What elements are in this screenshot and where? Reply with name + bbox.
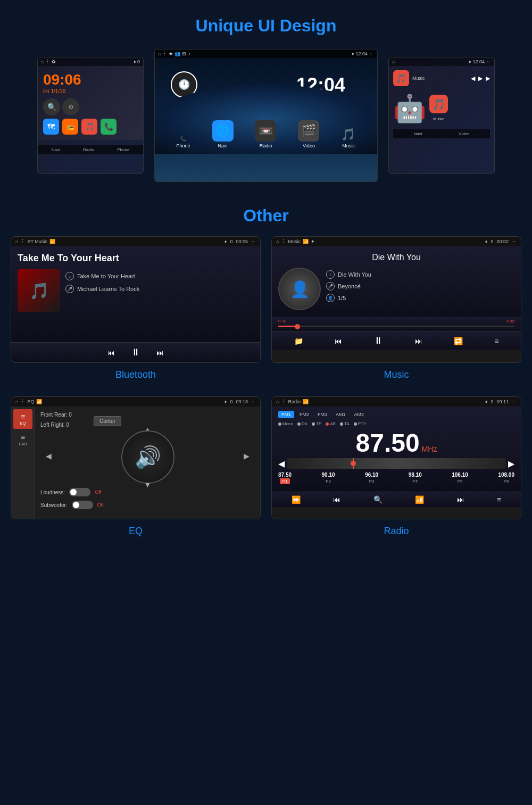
preset-3-freq: 96.10 xyxy=(365,472,378,478)
eq-loudness-toggle[interactable] xyxy=(69,488,90,496)
music-label: Music xyxy=(271,369,521,380)
eq-header-left: ⌂ ⋮ EQ 📶 xyxy=(15,399,42,404)
progress-bar[interactable] xyxy=(278,326,514,327)
music-app-label: Music xyxy=(342,143,355,148)
speaker-diagram: 🔊 xyxy=(121,430,174,484)
navi-icon-left[interactable]: 🗺 xyxy=(43,119,59,135)
bt-next-btn[interactable]: ⏭ xyxy=(156,348,164,357)
music-app[interactable]: 🎵 Music xyxy=(341,128,355,148)
right-music-icon[interactable]: 🎵 xyxy=(429,95,448,113)
opt-tp: TP xyxy=(312,421,321,426)
radio-search-btn[interactable]: 🔍 xyxy=(373,495,383,504)
right-next[interactable]: ▶ xyxy=(486,75,490,82)
navi-app[interactable]: 🌐 Navi xyxy=(212,120,234,148)
radio-icon-left[interactable]: 📻 xyxy=(62,119,78,135)
radio-app[interactable]: 📼 Radio xyxy=(255,120,276,148)
video-app[interactable]: 🎬 Video xyxy=(298,120,319,148)
radio-gps-icon: ♦ xyxy=(485,399,488,404)
music-back-icon: ← xyxy=(512,239,517,244)
bt-play-btn[interactable]: ⏸ xyxy=(131,347,140,358)
music-track-name: Die With You xyxy=(338,271,371,278)
opt-ta: TA xyxy=(340,421,350,426)
preset-3[interactable]: 96.10 P3 xyxy=(365,472,378,484)
eq-dots-icon: ⋮ xyxy=(20,399,25,404)
center-people-icon: 👥 xyxy=(174,51,180,56)
music-icon-left[interactable]: 🎵 xyxy=(81,119,97,135)
phone-icon-left[interactable]: 📞 xyxy=(101,119,117,135)
bt-header: ⌂ ⋮ BT Music 📶 ♦ 0 00:05 ← xyxy=(11,237,260,246)
search-btn[interactable]: 🔍 xyxy=(43,98,60,115)
speaker-right-arrow[interactable]: ▶ xyxy=(244,452,250,460)
music-app-name: Music xyxy=(288,239,301,244)
music-tracknum: 1/5 xyxy=(338,295,346,301)
eq-signal: 0 xyxy=(230,399,232,404)
music-folder-icon[interactable]: 📁 xyxy=(294,337,303,345)
music-repeat-btn[interactable]: 🔁 xyxy=(454,337,463,345)
screen-left-status: ♦ 0 xyxy=(134,59,140,64)
eq-center-btn[interactable]: Center xyxy=(94,416,121,426)
preset-1[interactable]: 87.50 P1 xyxy=(278,472,292,484)
preset-5[interactable]: 106.10 P5 xyxy=(452,472,468,484)
music-info-row: 👤 ♪ Die With You 🎤 Beyoncé 👤 1/5 xyxy=(278,268,514,310)
eq-label: EQ xyxy=(11,526,261,537)
right-play[interactable]: ▶ xyxy=(478,75,483,82)
music-prev-btn[interactable]: ⏮ xyxy=(335,337,342,345)
preset-6[interactable]: 108.00 P6 xyxy=(498,472,514,484)
center-home-icon: ⌂ xyxy=(158,51,161,56)
center-apps-icon: ⊞ xyxy=(182,51,186,56)
bt-artist-name: Michael Learns To Rock xyxy=(77,286,139,292)
band-am2[interactable]: AM2 xyxy=(351,411,368,418)
music-header-left: ⌂ ⋮ Music 📶 ✦ xyxy=(276,239,315,244)
radio-signal-btn[interactable]: 📶 xyxy=(415,495,424,504)
band-am1[interactable]: AM1 xyxy=(332,411,349,418)
music-gps-icon: ♦ xyxy=(485,239,488,244)
right-prev[interactable]: ◀ xyxy=(471,75,475,82)
eq-app-name: EQ xyxy=(27,399,34,404)
freq-number: 87.50 xyxy=(356,430,420,456)
music-content: Die With You 👤 ♪ Die With You 🎤 Beyoncé xyxy=(272,246,521,317)
eq-tab-fab[interactable]: ≡ FAB xyxy=(13,430,32,450)
screen-left: ⌂ ⋮ ✿ ♦ 0 09:06 Fri 1/1/16 🔍 ⚙ 🗺 📻 xyxy=(37,57,144,174)
freq-prev-btn[interactable]: ◀ xyxy=(278,459,285,469)
music-equalizer-btn[interactable]: ≡ xyxy=(494,337,498,345)
current-time: 0:18 xyxy=(278,319,287,323)
speaker-down-arrow[interactable]: ▼ xyxy=(144,480,152,489)
music-play-btn[interactable]: ⏸ xyxy=(373,335,383,346)
bt-home-icon: ⌂ xyxy=(15,239,18,244)
other-section: Other ⌂ ⋮ BT Music 📶 ♦ 0 00:05 ← Take M xyxy=(11,206,521,553)
band-fm2[interactable]: FM2 xyxy=(296,411,312,418)
bt-track-item: ♪ Take Me to Your Heart xyxy=(65,272,139,280)
music-next-btn[interactable]: ⏭ xyxy=(415,337,422,345)
radio-next-btn[interactable]: ⏭ xyxy=(457,495,464,504)
band-fm1[interactable]: FM1 xyxy=(278,411,294,418)
speaker-left-arrow[interactable]: ◀ xyxy=(46,452,52,460)
freq-display: 87.50 MHz xyxy=(278,430,514,456)
eq-subwoofer-row: Subwoofer: Off xyxy=(40,501,255,509)
preset-4-label: P4 xyxy=(410,478,420,484)
right-back: ← xyxy=(486,59,491,64)
music-wifi-icon: 📶 xyxy=(303,239,309,244)
band-fm3[interactable]: FM3 xyxy=(314,411,330,418)
music-progress-container: 0:18 3:39 xyxy=(272,317,521,331)
radio-skip-back[interactable]: ⏩ xyxy=(292,495,301,504)
bt-prev-btn[interactable]: ⏮ xyxy=(107,348,115,357)
preset-2[interactable]: 90.10 P2 xyxy=(322,472,335,484)
eq-tab-eq[interactable]: ≡ EQ xyxy=(13,409,32,429)
right-status: ♦ 12:04 ← xyxy=(469,59,491,64)
right-navi-label: Navi xyxy=(413,131,422,136)
settings-btn[interactable]: ⚙ xyxy=(62,98,79,115)
music-album-art: 👤 xyxy=(278,268,321,310)
bt-back-icon: ← xyxy=(251,239,256,244)
radio-prev-btn[interactable]: ⏮ xyxy=(333,495,340,504)
right-header-icons: ⌂ xyxy=(392,59,395,64)
eq-subwoofer-toggle[interactable] xyxy=(72,501,93,509)
right-music-label: Music xyxy=(412,76,425,81)
freq-scale[interactable] xyxy=(287,458,506,469)
radio-eq-btn[interactable]: ≡ xyxy=(497,495,501,504)
subwoofer-knob xyxy=(73,502,79,508)
phone-app[interactable]: 📞 Phone xyxy=(176,136,190,148)
eq-screen: ⌂ ⋮ EQ 📶 ♦ 0 09:13 ← ≡ EQ xyxy=(11,396,261,519)
freq-next-btn[interactable]: ▶ xyxy=(508,459,514,469)
radio-bands-row: FM1 FM2 FM3 AM1 AM2 xyxy=(278,411,514,418)
preset-4[interactable]: 98.10 P4 xyxy=(409,472,422,484)
